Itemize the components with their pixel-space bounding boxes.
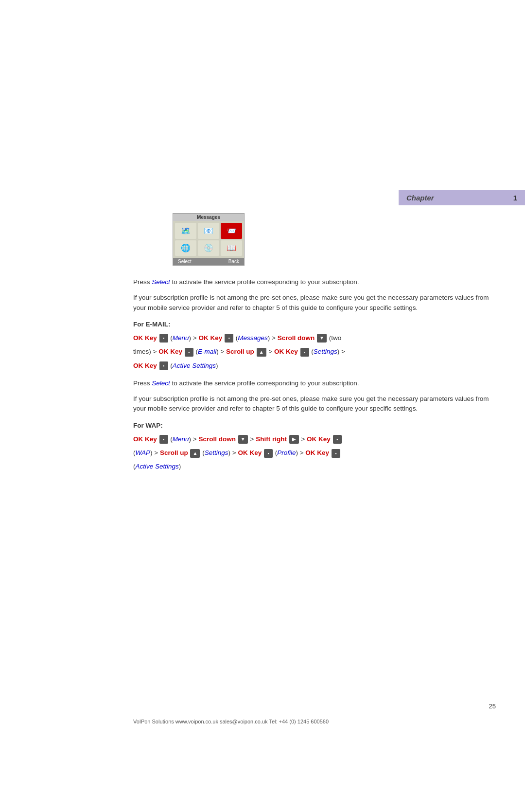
press-text: Press	[133, 278, 152, 286]
key-icon-7: ▪	[333, 435, 342, 444]
ok-key-8: OK Key	[238, 449, 262, 456]
gt-1: >	[268, 348, 274, 355]
key-icon-3: ▪	[185, 348, 193, 357]
subscription-note-1: If your subscription profile is not amon…	[133, 293, 496, 313]
settings-text: (Settings) >	[311, 348, 345, 355]
scroll-up-2: Scroll up	[160, 449, 188, 456]
press-text-3: Press	[133, 379, 152, 387]
icon-1: 🗺️	[175, 223, 196, 239]
page-container: Chapter 1 Messages 🗺️ 📧 📨 🌐 💿 📖 Select B…	[0, 0, 525, 812]
phone-icons-area: 🗺️ 📧 📨 🌐 💿 📖	[173, 221, 244, 258]
messages-text: (Messages) >	[236, 334, 278, 342]
icon-5: 💿	[198, 240, 219, 256]
email-line-1: OK Key ▪ (Menu) > OK Key ▪ (Messages) > …	[133, 332, 496, 344]
up-arrow-2: ▲	[190, 449, 200, 458]
ok-key-4: OK Key	[274, 348, 298, 355]
press-select-para-2: Press Select to activate the service pro…	[133, 379, 496, 388]
scroll-up-1: Scroll up	[226, 348, 254, 355]
ok-key-7: OK Key	[307, 435, 331, 443]
wap-text: (WAP) >	[133, 449, 160, 456]
wap-heading: For WAP:	[133, 421, 496, 431]
wap-line-3: (Active Settings)	[133, 461, 496, 472]
icon-3: 📨	[221, 223, 242, 239]
phone-screenshot: Messages 🗺️ 📧 📨 🌐 💿 📖 Select Back	[173, 213, 245, 266]
scroll-down-2: Scroll down	[198, 435, 236, 443]
up-arrow-1: ▲	[257, 348, 266, 357]
main-content: Press Select to activate the service pro…	[133, 277, 496, 475]
key-icon-4: ▪	[300, 348, 309, 357]
press-text-2: to activate the service profile correspo…	[170, 278, 359, 286]
key-icon-2: ▪	[225, 334, 233, 343]
email-line-3: OK Key ▪ (Active Settings)	[133, 360, 496, 372]
key-icon-1: ▪	[159, 334, 168, 343]
ok-key-3: OK Key	[158, 348, 182, 355]
scroll-down-1: Scroll down	[278, 334, 315, 342]
wap-line-2: (WAP) > Scroll up ▲ (Settings) > OK Key …	[133, 447, 496, 459]
chapter-number: 1	[513, 194, 517, 202]
wap-menu-text: (Menu) >	[170, 435, 198, 443]
active-settings-text-2: (Active Settings)	[133, 463, 181, 470]
gt-3: >	[301, 435, 307, 443]
icon-6: 📖	[221, 240, 242, 256]
phone-title: Messages	[173, 214, 244, 221]
ok-key-2: OK Key	[198, 334, 222, 342]
key-icon-5: ▪	[159, 361, 168, 370]
ok-key-5: OK Key	[133, 362, 157, 369]
right-arrow-1: ▶	[289, 435, 299, 444]
page-number: 25	[489, 703, 496, 710]
down-arrow-1: ▼	[317, 334, 327, 343]
chapter-label: Chapter	[406, 194, 434, 202]
email-text: (E-mail) >	[195, 348, 226, 355]
subscription-note-2: If your subscription profile is not amon…	[133, 394, 496, 414]
key-icon-9: ▪	[332, 449, 340, 458]
times-text: times) >	[133, 348, 158, 355]
wap-line-1: OK Key ▪ (Menu) > Scroll down ▼ > Shift …	[133, 433, 496, 445]
press-text-4: to activate the service profile correspo…	[170, 379, 359, 387]
icon-2: 📧	[198, 223, 219, 239]
select-italic: Select	[152, 278, 170, 286]
shift-right-text: Shift right	[256, 435, 287, 443]
chapter-banner: Chapter 1	[399, 190, 525, 205]
gt-2: >	[250, 435, 256, 443]
two-text: (two	[329, 334, 342, 342]
icon-4: 🌐	[175, 240, 196, 256]
select-italic-2: Select	[152, 379, 170, 387]
press-select-para-1: Press Select to activate the service pro…	[133, 277, 496, 287]
profile-text: (Profile) >	[275, 449, 306, 456]
key-icon-8: ▪	[264, 449, 273, 458]
menu-text-1: (Menu) >	[170, 334, 198, 342]
email-line-2: times) > OK Key ▪ (E-mail) > Scroll up ▲…	[133, 346, 496, 358]
ok-key-9: OK Key	[305, 449, 329, 456]
phone-back: Back	[228, 259, 239, 264]
key-icon-6: ▪	[159, 435, 168, 444]
phone-select: Select	[178, 259, 192, 264]
wap-settings-text: (Settings) >	[202, 449, 238, 456]
email-heading: For E-MAIL:	[133, 320, 496, 329]
down-arrow-2: ▼	[238, 435, 248, 444]
active-settings-text-1: (Active Settings)	[170, 362, 218, 369]
ok-key-6: OK Key	[133, 435, 157, 443]
ok-key-1: OK Key	[133, 334, 157, 342]
footer: VoIPon Solutions www.voipon.co.uk sales@…	[133, 719, 496, 724]
phone-bottom-bar: Select Back	[173, 258, 244, 265]
